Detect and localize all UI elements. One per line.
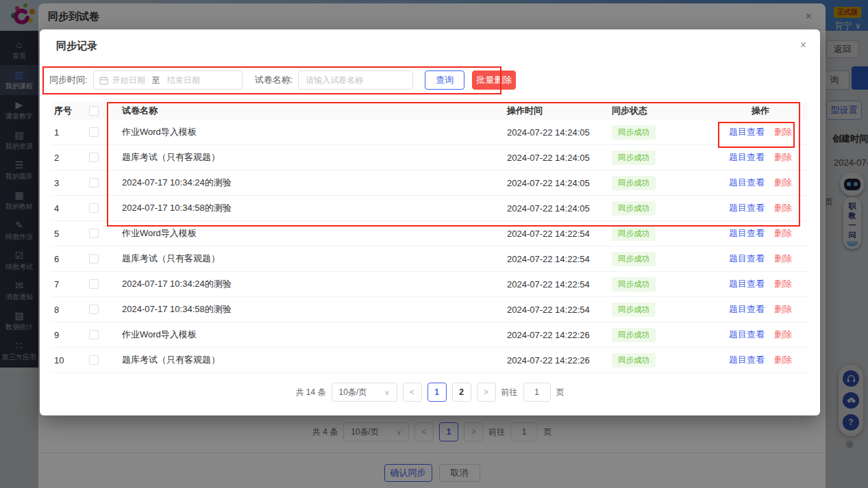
row-checkbox[interactable] (89, 229, 99, 238)
operation-time: 2024-07-22 14:22:54 (500, 254, 603, 264)
page-unit: 页 (556, 387, 565, 398)
row-checkbox[interactable] (89, 178, 99, 188)
delete-link[interactable]: 删除 (774, 152, 792, 162)
next-page-button[interactable]: > (477, 383, 496, 402)
operation-time: 2024-07-22 14:22:26 (500, 330, 603, 340)
view-questions-link[interactable]: 题目查看 (729, 127, 765, 137)
row-index: 4 (51, 203, 89, 214)
view-questions-link[interactable]: 题目查看 (729, 329, 765, 339)
end-date-placeholder[interactable]: 结束日期 (167, 75, 200, 86)
paper-name: 题库考试（只有客观题） (110, 151, 500, 164)
paper-name-input[interactable] (298, 70, 413, 90)
operation-time: 2024-07-22 14:24:05 (500, 203, 603, 214)
row-index: 8 (51, 305, 89, 315)
time-column-header: 操作时间 (500, 105, 603, 117)
table-row: 82024-07-17 10:34:58的测验2024-07-22 14:22:… (51, 297, 808, 322)
row-checkbox[interactable] (89, 305, 99, 314)
view-questions-link[interactable]: 题目查看 (729, 152, 765, 162)
sync-records-modal: 同步记录 × 同步时间: 开始日期 至 结束日期 试卷名称: 查询 批量删除 序… (40, 29, 820, 415)
select-all-checkbox[interactable] (89, 106, 99, 116)
operation-time: 2024-07-22 14:24:05 (500, 178, 603, 188)
row-checkbox[interactable] (89, 254, 99, 264)
table-row: 32024-07-17 10:34:24的测验2024-07-22 14:24:… (51, 170, 808, 196)
paper-name: 作业Word导入模板 (110, 126, 500, 138)
view-questions-link[interactable]: 题目查看 (729, 177, 765, 188)
view-questions-link[interactable]: 题目查看 (729, 228, 765, 238)
row-checkbox[interactable] (89, 203, 99, 213)
row-index: 1 (51, 127, 89, 138)
sync-time-label: 同步时间: (49, 74, 88, 86)
goto-label: 前往 (501, 387, 518, 398)
page-number-button[interactable]: 1 (427, 383, 447, 402)
sync-status-badge: 同步成功 (612, 328, 656, 342)
calendar-icon (99, 76, 108, 85)
sync-status-badge: 同步成功 (612, 227, 656, 241)
row-checkbox[interactable] (89, 355, 99, 365)
row-index: 6 (51, 254, 89, 264)
paper-name-label: 试卷名称: (255, 74, 293, 86)
row-index: 10 (51, 355, 89, 365)
paper-name: 作业Word导入模板 (110, 329, 500, 341)
paper-name: 2024-07-17 10:34:24的测验 (110, 177, 500, 189)
operation-time: 2024-07-22 14:22:54 (500, 279, 603, 290)
table-row: 10题库考试（只有客观题）2024-07-22 14:22:26同步成功题目查看… (51, 348, 808, 373)
delete-link[interactable]: 删除 (774, 228, 792, 238)
table-row: 72024-07-17 10:34:24的测验2024-07-22 14:22:… (51, 272, 808, 297)
row-index: 2 (51, 153, 89, 163)
table-row: 9作业Word导入模板2024-07-22 14:22:26同步成功题目查看删除 (51, 322, 808, 348)
table-row: 1作业Word导入模板2024-07-22 14:24:05同步成功题目查看删除 (51, 120, 808, 145)
page-size-select[interactable]: 10条/页 ∨ (332, 383, 397, 402)
delete-link[interactable]: 删除 (774, 203, 792, 213)
delete-link[interactable]: 删除 (774, 304, 792, 314)
row-index: 7 (51, 279, 89, 290)
sync-status-badge: 同步成功 (612, 151, 656, 165)
delete-link[interactable]: 删除 (774, 253, 792, 264)
total-count: 共 14 条 (295, 387, 325, 398)
row-checkbox[interactable] (89, 153, 99, 162)
delete-link[interactable]: 删除 (774, 177, 792, 188)
paper-name: 作业Word导入模板 (110, 227, 500, 240)
sync-status-badge: 同步成功 (612, 277, 656, 292)
delete-link[interactable]: 删除 (774, 329, 792, 339)
sync-status-badge: 同步成功 (612, 353, 656, 368)
table-row: 42024-07-17 10:34:58的测验2024-07-22 14:24:… (51, 196, 808, 221)
action-column-header: 操作 (712, 105, 808, 117)
search-button[interactable]: 查询 (425, 70, 464, 90)
row-checkbox[interactable] (89, 127, 99, 137)
view-questions-link[interactable]: 题目查看 (729, 253, 765, 264)
table-body: 1作业Word导入模板2024-07-22 14:24:05同步成功题目查看删除… (51, 120, 808, 373)
paper-name: 2024-07-17 10:34:58的测验 (110, 303, 500, 316)
paper-name: 2024-07-17 10:34:24的测验 (110, 278, 500, 290)
range-separator: 至 (152, 75, 160, 86)
sync-status-badge: 同步成功 (612, 303, 656, 317)
view-questions-link[interactable]: 题目查看 (729, 203, 765, 213)
index-column-header: 序号 (51, 105, 89, 117)
date-range-picker[interactable]: 开始日期 至 结束日期 (93, 70, 243, 90)
delete-link[interactable]: 删除 (774, 279, 792, 289)
inner-close-icon[interactable]: × (800, 39, 806, 51)
operation-time: 2024-07-22 14:22:54 (500, 305, 603, 315)
sync-status-badge: 同步成功 (612, 125, 656, 140)
row-checkbox[interactable] (89, 330, 99, 339)
operation-time: 2024-07-22 14:22:54 (500, 229, 603, 239)
delete-link[interactable]: 删除 (774, 355, 792, 365)
row-index: 9 (51, 330, 89, 340)
page-number-button[interactable]: 2 (452, 383, 471, 402)
paper-name: 2024-07-17 10:34:58的测验 (110, 202, 500, 214)
prev-page-button[interactable]: < (403, 383, 422, 402)
table-row: 5作业Word导入模板2024-07-22 14:22:54同步成功题目查看删除 (51, 221, 808, 246)
view-questions-link[interactable]: 题目查看 (729, 279, 765, 289)
sync-records-table: 序号 试卷名称 操作时间 同步状态 操作 1作业Word导入模板2024-07-… (51, 102, 808, 373)
start-date-placeholder[interactable]: 开始日期 (112, 75, 145, 86)
chevron-down-icon: ∨ (384, 389, 389, 396)
inner-modal-title: 同步记录 (56, 40, 97, 53)
delete-link[interactable]: 删除 (774, 127, 792, 137)
row-checkbox[interactable] (89, 279, 99, 289)
sync-status-badge: 同步成功 (612, 201, 656, 216)
name-column-header: 试卷名称 (110, 105, 500, 117)
batch-delete-button[interactable]: 批量删除 (472, 70, 516, 90)
view-questions-link[interactable]: 题目查看 (729, 304, 765, 314)
view-questions-link[interactable]: 题目查看 (729, 355, 765, 365)
sync-status-badge: 同步成功 (612, 176, 656, 190)
goto-page-input[interactable] (523, 383, 551, 402)
